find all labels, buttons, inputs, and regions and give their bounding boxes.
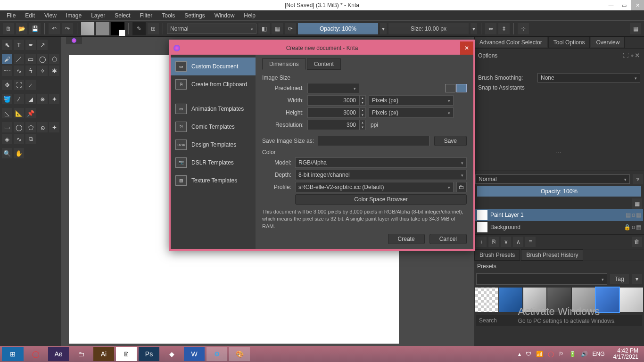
sidebar-design[interactable]: 16:10Design Templates (171, 136, 256, 154)
profile-browse-button[interactable]: 🗀 (456, 182, 467, 192)
opacity-menu[interactable]: ▾ (380, 23, 387, 34)
tab-tool-options[interactable]: Tool Options (548, 37, 590, 48)
menu-select[interactable]: Select (110, 11, 135, 20)
tray-opera-icon[interactable]: ◯ (548, 351, 554, 357)
measure-tool[interactable]: 📐 (14, 108, 24, 118)
pattern-tool[interactable]: ⋇ (37, 94, 48, 104)
transform-tool[interactable]: ⬉ (2, 40, 12, 50)
minimize-button[interactable]: — (604, 0, 618, 10)
wrap-button[interactable]: ⊹ (518, 23, 529, 34)
magnetic-select-tool[interactable]: ⧉ (25, 134, 36, 144)
fill-tool[interactable]: 🪣 (2, 94, 12, 104)
tab-overview[interactable]: Overview (591, 37, 625, 48)
resolution-spinner[interactable]: ▲▼ (359, 120, 366, 130)
new-button[interactable]: 🗎 (3, 23, 14, 34)
lock-icon[interactable]: ▦ (636, 212, 641, 218)
cancel-button[interactable]: Cancel (429, 234, 467, 244)
duplicate-layer-button[interactable]: ⎘ (488, 237, 499, 247)
lock-icon[interactable]: 🔒 (624, 224, 631, 230)
gradient-tool[interactable]: ◢ (25, 94, 36, 104)
multibrush-tool[interactable]: ✱ (49, 66, 59, 76)
redo-button[interactable]: ↷ (62, 23, 73, 34)
ellipse-select-tool[interactable]: ◯ (14, 122, 24, 132)
task-krita[interactable]: 🎨 (229, 347, 250, 361)
create-button[interactable]: Create (388, 234, 425, 244)
opacity-slider[interactable]: Opacity: 100% (298, 23, 378, 34)
menu-filter[interactable]: Filter (135, 11, 157, 20)
start-button[interactable]: ⊞ (2, 347, 24, 361)
tab-dimensions[interactable]: Dimensions (262, 58, 306, 70)
width-input[interactable]: 3000 (307, 95, 359, 106)
layer-item[interactable]: Background 🔒α▦ (475, 221, 643, 233)
assistant-tool[interactable]: ◺ (2, 108, 12, 118)
move-down-button[interactable]: ∨ (501, 237, 511, 247)
preset-eraser[interactable] (475, 288, 498, 312)
transform2-tool[interactable]: ⛶ (14, 80, 24, 90)
move-tool[interactable]: ✥ (2, 80, 12, 90)
size-menu[interactable]: ▾ (471, 23, 477, 34)
menu-tools[interactable]: Tools (157, 11, 180, 20)
task-ai[interactable]: Ai (93, 347, 114, 361)
menu-window[interactable]: Window (210, 11, 239, 20)
task-notepad[interactable]: 🗎 (116, 347, 137, 361)
menu-settings[interactable]: Settings (180, 11, 209, 20)
tray-lang[interactable]: ENG (593, 351, 605, 357)
rect-tool[interactable]: ▭ (25, 54, 36, 64)
contiguous-select-tool[interactable]: ✦ (49, 122, 59, 132)
tray-battery-icon[interactable]: 🔋 (569, 351, 576, 357)
bezier-select-tool[interactable]: ∿ (14, 134, 24, 144)
tag-menu-button[interactable]: ▾ (632, 274, 642, 284)
open-button[interactable]: 📂 (16, 23, 27, 34)
dialog-close-button[interactable]: ✕ (460, 41, 473, 55)
undo-button[interactable]: ↶ (49, 23, 60, 34)
brush-settings-button[interactable]: ⊞ (148, 23, 159, 34)
size-slider[interactable]: Size: 10.00 px (388, 23, 469, 34)
fg-bg-color[interactable] (111, 22, 124, 35)
task-inkscape[interactable]: ◆ (161, 347, 182, 361)
predefined-combo[interactable] (307, 83, 359, 93)
close-button[interactable]: ✕ (631, 0, 644, 10)
text-tool[interactable]: T (14, 40, 24, 50)
layer-item[interactable]: Paint Layer 1 ▤α▦ (475, 209, 643, 221)
layer-opacity-slider[interactable]: Opacity: 100% (477, 186, 641, 197)
freehand-select-tool[interactable]: ɷ (37, 122, 48, 132)
save-size-input[interactable] (318, 136, 429, 146)
task-ps[interactable]: Ps (139, 347, 159, 361)
width-spinner[interactable]: ▲▼ (359, 95, 366, 106)
layer-filter-button[interactable]: ▿ (633, 174, 643, 184)
tray-volume-icon[interactable]: 🔊 (581, 351, 588, 357)
tray-up-icon[interactable]: ▴ (518, 351, 521, 357)
alpha-icon[interactable]: α (632, 212, 635, 218)
tray-network-icon[interactable]: 📶 (536, 351, 543, 357)
height-spinner[interactable]: ▲▼ (359, 107, 366, 118)
depth-combo[interactable]: 8-bit integer/channel (295, 170, 467, 180)
pattern-swatch[interactable] (96, 22, 109, 35)
tab-color-selector[interactable]: Advanced Color Selector (474, 37, 547, 48)
tag-button[interactable]: Tag (610, 274, 629, 284)
profile-combo[interactable]: sRGB-elle-V2-srgbtrc.icc (Default) (295, 182, 454, 192)
resolution-input[interactable]: 300 (307, 120, 359, 130)
menu-file[interactable]: File (2, 11, 20, 20)
dynamic-brush-tool[interactable]: ✧ (37, 66, 48, 76)
menu-layer[interactable]: Layer (86, 11, 110, 20)
line-tool[interactable]: ／ (14, 54, 24, 64)
width-unit-combo[interactable]: Pixels (px) (369, 95, 454, 106)
height-unit-combo[interactable]: Pixels (px) (369, 107, 454, 118)
blend-mode-combo[interactable]: Normal (167, 24, 256, 34)
tab-brush-presets[interactable]: Brush Presets (474, 249, 520, 261)
tray-shield-icon[interactable]: 🛡 (526, 351, 531, 357)
freehand-path-tool[interactable]: ϟ (25, 66, 36, 76)
menu-image[interactable]: Image (61, 11, 86, 20)
menu-edit[interactable]: Edit (20, 11, 40, 20)
tab-preset-history[interactable]: Brush Preset History (521, 249, 583, 261)
color-space-browser-button[interactable]: Color Space Browser (295, 194, 467, 205)
height-input[interactable]: 3000 (307, 107, 359, 118)
sidebar-texture[interactable]: ▨Texture Templates (171, 172, 256, 189)
polygon-tool[interactable]: ⬠ (49, 54, 59, 64)
sidebar-clipboard[interactable]: ⎘Create from Clipboard (171, 75, 256, 93)
preset-engine-combo[interactable] (476, 273, 607, 285)
move-up-button[interactable]: ∧ (513, 237, 523, 247)
zoom-tool[interactable]: 🔍 (2, 148, 12, 158)
save-button[interactable]: 💾 (29, 23, 41, 34)
alpha-lock-toggle[interactable]: ▦ (272, 23, 283, 34)
